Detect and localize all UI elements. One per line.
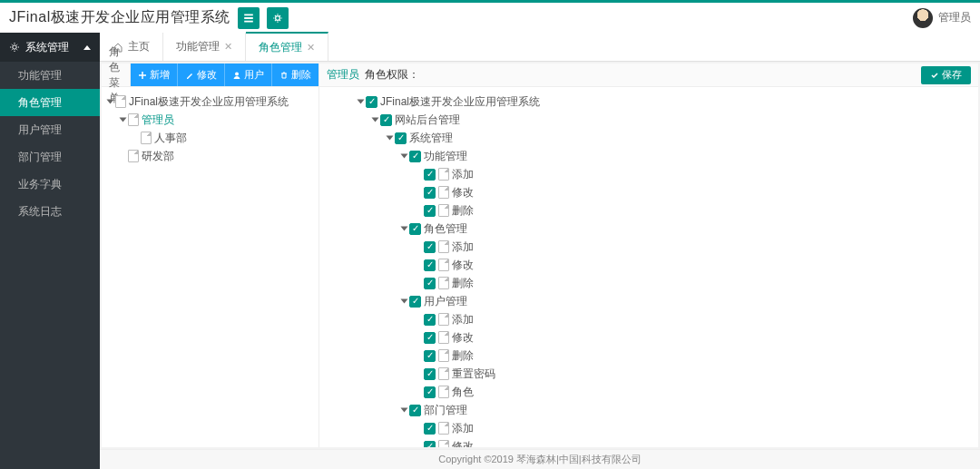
delete-button[interactable]: 删除 [272, 64, 318, 86]
toggle-icon[interactable] [401, 227, 408, 231]
app-title: JFinal极速开发企业应用管理系统 [9, 8, 230, 27]
checkbox[interactable] [424, 278, 436, 289]
tree-node[interactable]: JFinal极速开发企业应用管理系统 [105, 93, 315, 111]
perm-role-label: 管理员 [327, 67, 359, 83]
permission-tree: JFinal极速开发企业应用管理系统网站后台管理系统管理功能管理添加修改删除角色… [319, 87, 978, 447]
save-button[interactable]: 保存 [921, 66, 971, 84]
perm-node-label: 修改 [452, 437, 474, 447]
perm-node-label: 添加 [452, 238, 474, 256]
user-button[interactable]: 用户 [225, 64, 272, 86]
file-icon [438, 422, 449, 435]
perm-node-label: 角色 [452, 383, 474, 401]
checkbox[interactable] [409, 405, 421, 416]
perm-node-label: 删除 [452, 201, 474, 220]
checkbox[interactable] [424, 332, 436, 344]
perm-node-label: 重置密码 [452, 365, 495, 383]
menu-toggle-button[interactable] [238, 7, 260, 29]
perm-node[interactable]: 添加 [356, 238, 975, 256]
tree-node[interactable]: 人事部 [105, 129, 315, 147]
close-icon[interactable]: ✕ [224, 41, 232, 53]
checkbox[interactable] [409, 223, 421, 235]
toggle-icon[interactable] [120, 118, 127, 122]
checkbox[interactable] [424, 169, 436, 181]
perm-title: 角色权限： [365, 67, 419, 83]
perm-node-label: JFinal极速开发企业应用管理系统 [380, 93, 540, 111]
perm-node-label: 部门管理 [424, 401, 467, 419]
perm-node[interactable]: 重置密码 [356, 365, 975, 383]
perm-node[interactable]: 系统管理 [356, 129, 975, 147]
toggle-icon[interactable] [372, 118, 379, 122]
checkbox[interactable] [380, 114, 392, 126]
add-button[interactable]: 新增 [131, 64, 178, 86]
gear-icon [9, 42, 20, 53]
file-icon [438, 277, 449, 289]
checkbox[interactable] [424, 386, 436, 398]
checkbox[interactable] [424, 241, 436, 253]
perm-node[interactable]: 添加 [356, 419, 975, 437]
checkbox[interactable] [424, 423, 436, 435]
perm-node[interactable]: 角色管理 [356, 220, 975, 238]
checkbox[interactable] [366, 96, 377, 108]
perm-node[interactable]: 角色 [356, 383, 975, 401]
perm-node[interactable]: 修改 [356, 437, 975, 447]
file-icon [141, 132, 152, 144]
perm-node[interactable]: 用户管理 [356, 292, 975, 310]
perm-node[interactable]: 功能管理 [356, 147, 975, 165]
tree-node[interactable]: 管理员 [105, 111, 315, 129]
checkbox[interactable] [409, 151, 421, 162]
file-icon [438, 168, 449, 181]
sidebar-item-0[interactable]: 功能管理 [0, 62, 100, 89]
perm-node-label: 删除 [452, 274, 474, 292]
tree-node-label: 研发部 [142, 147, 174, 165]
checkbox[interactable] [424, 187, 436, 199]
checkbox[interactable] [424, 259, 436, 271]
sidebar-group-header[interactable]: 系统管理 [0, 33, 100, 62]
sidebar-item-1[interactable]: 角色管理 [0, 89, 100, 116]
svg-point-1 [13, 45, 16, 49]
perm-node[interactable]: 网站后台管理 [356, 111, 975, 129]
perm-node[interactable]: 修改 [356, 328, 975, 347]
settings-button[interactable] [267, 7, 289, 29]
checkbox[interactable] [424, 314, 436, 326]
toggle-icon[interactable] [401, 408, 408, 413]
toggle-icon[interactable] [387, 136, 394, 141]
checkbox[interactable] [424, 441, 436, 448]
checkbox[interactable] [424, 205, 436, 217]
sidebar-item-5[interactable]: 系统日志 [0, 198, 100, 225]
perm-node[interactable]: 删除 [356, 201, 975, 220]
checkbox[interactable] [424, 368, 436, 380]
toggle-icon[interactable] [401, 154, 408, 159]
checkbox[interactable] [395, 132, 407, 144]
toggle-icon[interactable] [358, 100, 365, 104]
file-icon [438, 349, 449, 362]
user-menu[interactable]: 管理员 [913, 8, 971, 28]
close-icon[interactable]: ✕ [307, 42, 315, 54]
sidebar-item-2[interactable]: 用户管理 [0, 116, 100, 143]
tree-node-label: 人事部 [154, 129, 187, 147]
file-icon [438, 367, 449, 380]
role-menu-title: 角色菜单 [102, 64, 131, 86]
tab-1[interactable]: 角色管理✕ [246, 32, 328, 61]
role-menu-panel: 角色菜单 新增 修改 用户 删除 JFinal极速开发企业应用管理系统管理员人事… [102, 64, 319, 447]
perm-node[interactable]: 添加 [356, 310, 975, 328]
edit-button[interactable]: 修改 [178, 64, 225, 86]
perm-node[interactable]: 部门管理 [356, 401, 975, 419]
sidebar-item-3[interactable]: 部门管理 [0, 143, 100, 171]
tab-0[interactable]: 功能管理✕ [163, 33, 246, 61]
sidebar-item-4[interactable]: 业务字典 [0, 171, 100, 198]
toggle-icon[interactable] [107, 100, 114, 104]
checkbox[interactable] [424, 350, 436, 362]
file-icon [438, 240, 449, 253]
perm-node[interactable]: 删除 [356, 347, 975, 365]
perm-node[interactable]: 删除 [356, 274, 975, 292]
perm-node-label: 角色管理 [424, 220, 467, 238]
file-icon [438, 440, 449, 447]
perm-node[interactable]: 添加 [356, 165, 975, 183]
perm-node[interactable]: 修改 [356, 183, 975, 201]
checkbox[interactable] [409, 296, 421, 308]
toggle-icon[interactable] [401, 299, 408, 304]
perm-node[interactable]: 修改 [356, 256, 975, 274]
file-icon [438, 259, 449, 271]
tree-node[interactable]: 研发部 [105, 147, 315, 165]
perm-node[interactable]: JFinal极速开发企业应用管理系统 [356, 93, 975, 111]
